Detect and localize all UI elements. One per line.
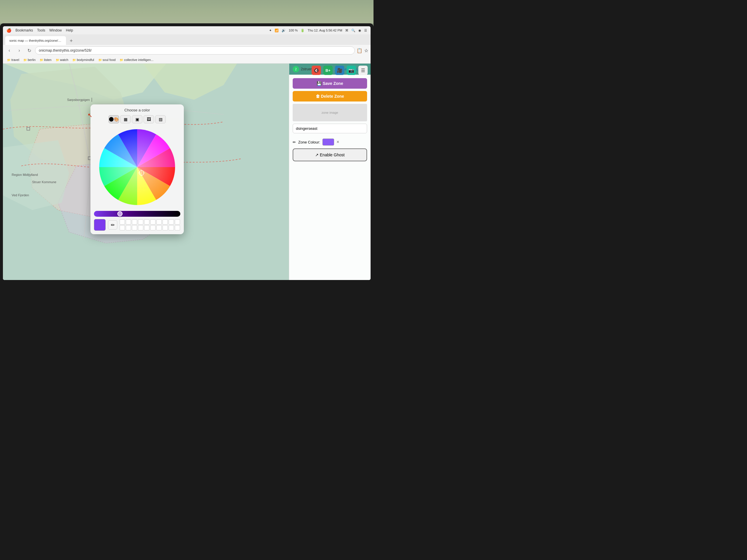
bookmark-label: watch [60, 58, 69, 61]
folder-icon: 📁 [23, 58, 27, 61]
swatch-cell[interactable] [175, 219, 180, 224]
wifi-icon: 📶 [275, 29, 279, 32]
zone-colour-swatch[interactable] [323, 138, 334, 145]
ved-fjorden-label: Ved Fjorden [12, 193, 29, 197]
zone-colour-label: Zone Colour: [298, 140, 320, 144]
back-button[interactable]: ‹ [5, 46, 14, 55]
zone-colour-row: ✏ Zone Colour: × [293, 138, 367, 145]
swatch-cell[interactable] [169, 225, 174, 231]
user-info: 2 2struer [293, 66, 312, 72]
help-menu[interactable]: Help [66, 28, 73, 32]
bookmarks-bar: 📁 travel 📁 berlin 📁 listen 📁 watch 📁 [3, 56, 370, 63]
swatch-cell[interactable] [144, 225, 149, 231]
color-swatches-grid [120, 219, 180, 231]
red-action-icon[interactable]: 🔇 [312, 65, 321, 75]
apple-icon[interactable]: 🍎 [6, 28, 11, 33]
clear-colour-button[interactable]: × [336, 139, 339, 145]
swatch-cell[interactable] [175, 225, 180, 231]
picker-tab-palette[interactable]: ▨ [155, 115, 166, 123]
swatch-cell[interactable] [156, 225, 162, 231]
browser-nav: ‹ › ↻ onicmap.thentrythis.org/zone/528/ … [3, 45, 370, 56]
window-menu[interactable]: Window [49, 28, 62, 32]
swatch-cell[interactable] [162, 219, 168, 224]
mouse-cursor: ↖ [87, 112, 93, 119]
tab-title: sonic map — thentrythis.org/zone/528/ [9, 39, 62, 42]
brightness-slider[interactable] [94, 211, 180, 217]
enable-ghost-button[interactable]: ↗ Enable Ghost [293, 149, 367, 161]
swatch-cell[interactable] [138, 225, 143, 231]
color-wheel-container[interactable] [96, 126, 178, 208]
bookmark-soulfood[interactable]: 📁 soul food [97, 57, 118, 62]
swatch-cell[interactable] [138, 219, 143, 224]
swatch-cell[interactable] [132, 225, 137, 231]
bookmark-star-icon[interactable]: ☆ [364, 48, 368, 53]
screen-frame: 🍎 Bookmarks Tools Window Help ✦ 📶 🔊 100 … [0, 23, 374, 280]
eyedropper-button[interactable]: ✏ [108, 220, 117, 230]
current-color-swatch[interactable] [94, 219, 106, 231]
bookmarks-menu[interactable]: Bookmarks [16, 28, 33, 32]
zone-name-input[interactable] [293, 124, 367, 133]
color-wheel-svg[interactable] [96, 126, 178, 208]
bookmark-travel[interactable]: 📁 travel [5, 57, 21, 62]
map-area[interactable]: Sarpsborgpigen | Region Midtjylland Stru… [3, 63, 370, 280]
share-icon[interactable]: 📋 [357, 48, 362, 53]
swatch-cell[interactable] [144, 219, 149, 224]
top-right-icons: 🔇 B+ 🎥 📷 ☰ [312, 65, 368, 75]
swatch-cell[interactable] [126, 219, 131, 224]
video-icon[interactable]: 🎥 [335, 65, 344, 75]
save-zone-button[interactable]: 💾 Save Zone [293, 78, 367, 89]
sidebar-panel: 2 2struer 🌐 Settings Log out 💾 Save Zone… [289, 63, 370, 280]
nav-icons: 📋 ☆ [357, 48, 368, 53]
siri-icon[interactable]: ◉ [358, 29, 361, 32]
reload-button[interactable]: ↻ [25, 46, 33, 55]
swatch-cell[interactable] [156, 219, 162, 224]
swatch-cell[interactable] [120, 225, 125, 231]
picker-tab-grid[interactable]: ▦ [120, 115, 131, 123]
browser-tabs: sonic map — thentrythis.org/zone/528/ + [3, 34, 370, 45]
datetime-display: Thu 12. Aug 5:56:42 PM [308, 29, 342, 32]
folder-icon: 📁 [56, 58, 59, 61]
swatch-cell[interactable] [150, 225, 156, 231]
swatch-cell[interactable] [169, 219, 174, 224]
picker-tab-image[interactable]: 🖼 [144, 115, 154, 123]
address-bar[interactable]: onicmap.thentrythis.org/zone/528/ [35, 46, 355, 55]
svg-point-9 [109, 117, 113, 121]
folder-icon: 📁 [120, 58, 123, 61]
bookmark-listen[interactable]: 📁 listen [38, 57, 53, 62]
struer-label: Struer Kommune [32, 180, 56, 184]
bookmark-berlin[interactable]: 📁 berlin [22, 57, 37, 62]
picker-title: Choose a color [94, 108, 180, 112]
swatch-cell[interactable] [126, 225, 131, 231]
folder-icon: 📁 [40, 58, 43, 61]
boost-icon[interactable]: B+ [323, 65, 333, 75]
new-tab-button[interactable]: + [67, 37, 75, 45]
user-badge: 2 [293, 66, 299, 72]
sidebar-content: 💾 Save Zone 🗑 Delete Zone zone image ✏ Z… [289, 75, 370, 165]
bookmark-label: berlin [28, 58, 35, 61]
camera-icon[interactable]: 📷 [347, 65, 356, 75]
folder-icon: 📁 [72, 58, 76, 61]
eyedropper-icon: ✏ [293, 140, 296, 144]
active-tab[interactable]: sonic map — thentrythis.org/zone/528/ [5, 36, 66, 45]
delete-zone-button[interactable]: 🗑 Delete Zone [293, 91, 367, 102]
picker-tab-sliders[interactable]: ▣ [132, 115, 143, 123]
menubar-left: 🍎 Bookmarks Tools Window Help [6, 28, 73, 33]
region-label: Region Midtjylland [12, 173, 38, 177]
system-menu-icon[interactable]: ☰ [364, 29, 367, 32]
swatch-cell[interactable] [150, 219, 156, 224]
bluetooth-icon: ✦ [269, 29, 272, 32]
swatch-cell[interactable] [120, 219, 125, 224]
swatch-cell[interactable] [162, 225, 168, 231]
tools-menu[interactable]: Tools [37, 28, 45, 32]
swatch-cell[interactable] [132, 219, 137, 224]
picker-tab-wheel[interactable]: 🎨 [108, 115, 119, 123]
picker-tabs: 🎨 ▦ ▣ 🖼 ▨ [94, 115, 180, 123]
bookmark-collective[interactable]: 📁 collective intelligen... [118, 57, 155, 62]
sarpsborgpigen-label: Sarpsborgpigen | [67, 97, 92, 102]
bookmark-label: listen [44, 58, 52, 61]
forward-button[interactable]: › [15, 46, 23, 55]
bookmark-bodymindful[interactable]: 📁 bodymindful [71, 57, 96, 62]
bookmark-watch[interactable]: 📁 watch [54, 57, 70, 62]
hamburger-menu-icon[interactable]: ☰ [358, 65, 368, 75]
search-icon[interactable]: 🔍 [351, 29, 355, 32]
